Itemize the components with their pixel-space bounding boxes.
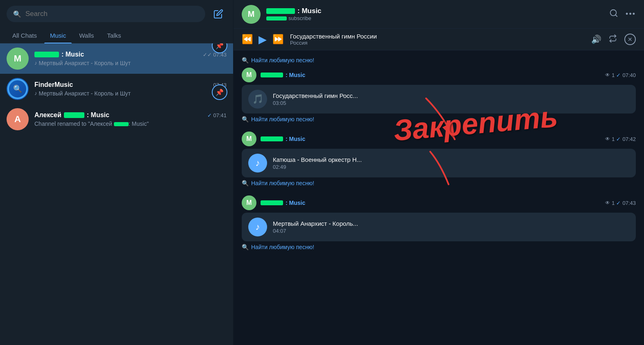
list-item[interactable]: M : Music ✓✓ 07:43 ♪ Мертвый Анархист - … — [0, 43, 233, 74]
view-count: 1 — [612, 136, 615, 142]
find-song-link[interactable]: 🔍 Найти любимую песню! — [242, 116, 636, 123]
rewind-button[interactable]: ⏪ — [242, 34, 253, 45]
list-item[interactable]: 🔍 FinderMusic 07:43 ♪ Мертвый Анархист -… — [0, 74, 233, 104]
green-bar — [261, 200, 283, 205]
search-bar[interactable]: 🔍 — [7, 6, 205, 22]
msg-sender-name: : Music — [261, 200, 305, 206]
view-count: 1 — [612, 200, 615, 206]
pin-button-2[interactable]: 📌 — [212, 84, 227, 100]
player-bar: ⏪ ▶ ⏩ Государственный гимн России Россия… — [234, 29, 644, 50]
find-song-link[interactable]: 🔍 Найти любимую песню! — [242, 244, 636, 250]
sidebar: 🔍 All Chats Music Walls Talks M : Music — [0, 0, 234, 345]
play-button[interactable]: ▶ — [259, 33, 267, 46]
magnifier-icon: 🔍 — [242, 244, 249, 250]
tick-mark: ✓ — [616, 136, 621, 142]
player-track-title: Государственный гимн России — [290, 33, 585, 40]
music-title: Катюша - Военный оркестр Н... — [273, 156, 629, 163]
avatar: M — [7, 48, 29, 70]
tabs: All Chats Music Walls Talks — [0, 28, 233, 43]
msg-avatar: M — [242, 195, 256, 210]
music-avatar: ♪ — [248, 218, 267, 236]
tab-music[interactable]: Music — [44, 28, 72, 43]
sender-suffix: : Music — [286, 200, 305, 206]
tab-talks[interactable]: Talks — [101, 28, 127, 43]
eye-icon: 👁 — [605, 72, 610, 78]
check-mark: ✓ — [207, 112, 212, 118]
chat-info: FinderMusic 07:43 ♪ Мертвый Анархист - К… — [34, 81, 227, 97]
header-avatar: M — [242, 5, 261, 24]
find-song-link[interactable]: 🔍 Найти любимую песню! — [242, 180, 636, 186]
avatar: А — [7, 108, 29, 130]
green-bar — [64, 112, 84, 118]
pin-button-1[interactable]: 📌 — [212, 43, 227, 53]
music-card[interactable]: ♪ Катюша - Военный оркестр Н... 02:49 — [242, 149, 636, 177]
music-note-icon: ♪ — [256, 222, 260, 232]
chat-preview-text: Мертвый Анархист - Король и Шут — [39, 60, 131, 66]
header-actions: ••• — [609, 9, 636, 20]
tab-walls[interactable]: Walls — [73, 28, 100, 43]
music-duration: 03:05 — [273, 100, 629, 106]
check-mark: ✓✓ — [203, 52, 212, 58]
messages-area: 🔍 Найти любимую песню! M : Music 👁 1 ✓ 0… — [234, 50, 644, 345]
sender-suffix: : Music — [286, 136, 305, 142]
green-bar — [261, 73, 283, 77]
repeat-icon[interactable] — [609, 34, 617, 45]
eye-icon: 👁 — [605, 136, 610, 142]
player-track-subtitle: Россия — [290, 40, 585, 46]
magnifier-icon: 🔍 — [242, 116, 249, 123]
green-bar — [266, 16, 287, 20]
green-bar — [34, 52, 59, 57]
time-value: 07:40 — [622, 72, 636, 78]
chat-name-suffix: : Music — [61, 51, 84, 58]
chat-info: : Music ✓✓ 07:43 ♪ Мертвый Анархист - Ко… — [34, 51, 227, 66]
close-player-icon[interactable]: ✕ — [624, 34, 636, 45]
chat-name: : Music — [34, 51, 84, 58]
eye-icon: 👁 — [605, 200, 610, 206]
chat-name: FinderMusic — [34, 81, 73, 89]
header-info: : Music subscribe — [266, 7, 603, 21]
msg-time: 👁 1 ✓ 07:40 — [605, 72, 636, 78]
chat-name-suffix: : Music — [87, 111, 109, 119]
tick-mark: ✓ — [616, 72, 621, 78]
music-note-icon: ♪ — [34, 60, 37, 66]
find-song-text: Найти любимую песню! — [251, 180, 314, 186]
msg-avatar: M — [242, 132, 256, 146]
search-input[interactable] — [25, 10, 199, 18]
find-song-text: Найти любимую песню! — [251, 116, 314, 123]
list-item[interactable]: А Алексей : Music ✓ 07:41 Channel rename… — [0, 104, 233, 134]
music-avatar: ♪ — [248, 154, 267, 172]
player-controls: ⏪ ▶ ⏩ — [242, 33, 283, 46]
find-song-icon: 🔍 — [242, 57, 249, 64]
msg-sender-name: : Music — [261, 72, 305, 78]
find-song-text: Найти любимую песню! — [251, 57, 314, 64]
time-value: 07:42 — [622, 136, 636, 142]
music-title: Государственный гимн Росс... — [273, 92, 629, 99]
chat-preview: ♪ Мертвый Анархист - Король и Шут — [34, 90, 227, 97]
music-card[interactable]: 🎵 Государственный гимн Росс... 03:05 — [242, 85, 636, 113]
msg-sender-row: M : Music 👁 1 ✓ 07:40 — [242, 68, 636, 82]
search-header-icon[interactable] — [609, 9, 618, 20]
svg-line-1 — [615, 15, 617, 16]
find-song-promo[interactable]: 🔍 Найти любимую песню! — [242, 57, 636, 64]
music-info: Государственный гимн Росс... 03:05 — [273, 92, 629, 106]
music-title: Мертвый Анархист - Король... — [273, 220, 629, 227]
chat-preview-text: Мертвый Анархист - Король и Шут — [39, 90, 131, 97]
magnifier-icon: 🔍 — [242, 180, 249, 186]
tab-all-chats[interactable]: All Chats — [7, 28, 43, 43]
header-subscriber-count: subscribe — [266, 15, 603, 21]
chat-preview: ♪ Мертвый Анархист - Король и Шут — [34, 60, 227, 66]
main-header: M : Music subscribe ••• — [234, 0, 644, 29]
chat-time: ✓ 07:41 — [207, 112, 227, 118]
music-note-icon: ♪ — [34, 90, 37, 96]
volume-icon[interactable]: 🔊 — [591, 34, 601, 44]
music-info: Мертвый Анархист - Король... 04:07 — [273, 220, 629, 234]
compose-button[interactable] — [210, 6, 227, 22]
music-bars-icon: 🎵 — [252, 94, 263, 104]
forward-button[interactable]: ⏩ — [272, 34, 283, 45]
music-card[interactable]: ♪ Мертвый Анархист - Король... 04:07 — [242, 213, 636, 241]
music-info: Катюша - Военный оркестр Н... 02:49 — [273, 156, 629, 170]
find-song-text: Найти любимую песню! — [251, 244, 314, 250]
chat-list: M : Music ✓✓ 07:43 ♪ Мертвый Анархист - … — [0, 43, 233, 345]
header-channel-name: : Music — [266, 7, 603, 15]
more-options-icon[interactable]: ••• — [626, 10, 636, 18]
